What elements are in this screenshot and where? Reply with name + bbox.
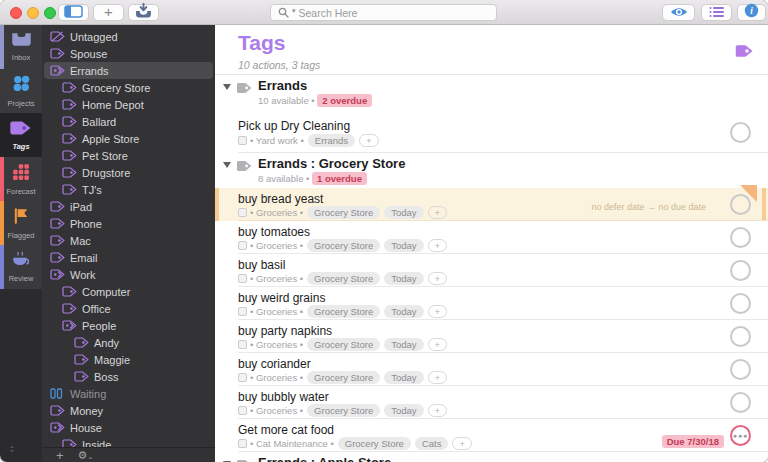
sidebar-tag-tj-s[interactable]: TJ's <box>42 181 215 198</box>
pause-icon <box>50 388 66 399</box>
tag-pill[interactable]: Today <box>384 404 423 417</box>
task-row[interactable]: buy coriander • Groceries • Grocery Stor… <box>215 353 768 386</box>
task-row[interactable]: buy bread yeast • Groceries • Grocery St… <box>215 188 768 221</box>
sidebar-tag-drugstore[interactable]: Drugstore <box>42 164 215 181</box>
sidebar-toggle-button[interactable] <box>58 4 89 21</box>
sidebar-tag-work[interactable]: Work <box>42 266 215 283</box>
sidebar-tag-pet-store[interactable]: Pet Store <box>42 147 215 164</box>
sidebar-tag-apple-store[interactable]: Apple Store <box>42 130 215 147</box>
rail-item-projects[interactable]: Projects <box>0 69 42 113</box>
tag-pill[interactable]: Today <box>384 272 423 285</box>
add-tag-pill-button[interactable]: + <box>428 338 448 351</box>
task-status-circle[interactable] <box>730 293 751 314</box>
tag-label: Email <box>70 252 98 264</box>
tag-pill[interactable]: Grocery Store <box>307 305 380 318</box>
task-status-circle[interactable] <box>730 122 751 143</box>
rail-item-forecast[interactable]: Forecast <box>0 157 42 201</box>
task-status-circle[interactable] <box>730 260 751 281</box>
add-tag-pill-button[interactable]: + <box>428 305 448 318</box>
add-tag-pill-button[interactable]: + <box>428 371 448 384</box>
tag-pill[interactable]: Grocery Store <box>307 206 380 219</box>
task-status-circle[interactable] <box>730 227 751 248</box>
minimize-window-button[interactable] <box>27 7 39 19</box>
tag-pill[interactable]: Grocery Store <box>307 239 380 252</box>
rail-item-flagged[interactable]: Flagged <box>0 201 42 245</box>
task-row[interactable]: Pick up Dry Cleaning • Yard work • Erran… <box>215 112 768 153</box>
inspector-button[interactable]: i <box>737 4 766 21</box>
task-row[interactable]: buy weird grains • Groceries • Grocery S… <box>215 287 768 320</box>
view-options-button[interactable] <box>701 4 732 21</box>
disclosure-triangle-icon[interactable] <box>223 162 231 168</box>
rail-item-inbox[interactable]: Inbox <box>0 25 42 69</box>
sidebar-tag-grocery-store[interactable]: Grocery Store <box>42 79 215 96</box>
defer-due-note: no defer date → no due date <box>591 202 706 212</box>
tag-pill[interactable]: Grocery Store <box>307 404 380 417</box>
sidebar-tag-computer[interactable]: Computer <box>42 283 215 300</box>
sidebar-tag-mac[interactable]: Mac <box>42 232 215 249</box>
tag-pill[interactable]: Grocery Store <box>307 371 380 384</box>
add-tag-pill-button[interactable]: + <box>428 239 448 252</box>
task-title: Pick up Dry Cleaning <box>238 119 350 133</box>
add-tag-button[interactable]: + <box>56 448 64 462</box>
quick-open-button[interactable] <box>662 4 695 21</box>
import-to-inbox-button[interactable] <box>128 4 159 21</box>
task-status-circle[interactable]: ●●● <box>730 425 751 446</box>
tag-pill[interactable]: Grocery Store <box>338 437 411 450</box>
add-tag-pill-button[interactable]: + <box>428 404 448 417</box>
sidebar-tag-email[interactable]: Email <box>42 249 215 266</box>
sidebar-tag-office[interactable]: Office <box>42 300 215 317</box>
task-status-circle[interactable] <box>730 359 751 380</box>
add-tag-pill-button[interactable]: + <box>452 437 472 450</box>
sidebar-tag-ballard[interactable]: Ballard <box>42 113 215 130</box>
sidebar-tag-maggie[interactable]: Maggie <box>42 351 215 368</box>
task-status-circle[interactable] <box>730 326 751 347</box>
task-row[interactable]: buy bubbly water • Groceries • Grocery S… <box>215 386 768 419</box>
sidebar-tag-waiting[interactable]: Waiting <box>42 385 215 402</box>
sidebar-tag-untagged[interactable]: Untagged <box>42 28 215 45</box>
task-status-circle[interactable] <box>730 392 751 413</box>
task-row[interactable]: Get more cat food • Cat Maintenance • Gr… <box>215 419 768 452</box>
sidebar-tag-boss[interactable]: Boss <box>42 368 215 385</box>
add-tag-pill-button[interactable]: + <box>359 134 379 147</box>
sidebar-tag-phone[interactable]: Phone <box>42 215 215 232</box>
tag-icon <box>50 218 66 229</box>
sidebar-tag-money[interactable]: Money <box>42 402 215 419</box>
add-tag-pill-button[interactable]: + <box>428 206 448 219</box>
rail-item-review[interactable]: Review <box>0 245 42 289</box>
sidebar-tag-spouse[interactable]: Spouse <box>42 45 215 62</box>
tag-pill[interactable]: Today <box>384 206 423 219</box>
tag-label: Mac <box>70 235 91 247</box>
tag-pill[interactable]: Cats <box>415 437 449 450</box>
tag-pill[interactable]: Grocery Store <box>307 272 380 285</box>
section-name: Errands : Apple Store <box>258 455 391 462</box>
settings-gear-button[interactable]: ⚙⌄ <box>78 449 94 462</box>
tag-pill[interactable]: Today <box>384 371 423 384</box>
sidebar-tag-home-depot[interactable]: Home Depot <box>42 96 215 113</box>
sidebar-tag-house[interactable]: House <box>42 419 215 436</box>
tag-pill[interactable]: Errands <box>308 134 355 147</box>
task-status-circle[interactable] <box>730 194 751 215</box>
reorder-perspectives-icon[interactable] <box>7 440 17 458</box>
tag-icon <box>50 235 66 246</box>
search-input[interactable]: ▾ Search Here <box>270 4 497 21</box>
add-tag-pill-button[interactable]: + <box>428 272 448 285</box>
tag-pill[interactable]: Today <box>384 239 423 252</box>
tag-pill[interactable]: Today <box>384 338 423 351</box>
close-window-button[interactable] <box>10 7 22 19</box>
sidebar-tag-andy[interactable]: Andy <box>42 334 215 351</box>
selection-stripe <box>215 188 219 221</box>
zoom-window-button[interactable] <box>44 7 56 19</box>
sidebar-tag-people[interactable]: People <box>42 317 215 334</box>
task-row[interactable]: buy party napkins • Groceries • Grocery … <box>215 320 768 353</box>
tag-pill[interactable]: Grocery Store <box>307 338 380 351</box>
task-meta: • Cat Maintenance • Grocery StoreCats+ <box>238 437 472 450</box>
task-row[interactable]: buy basil • Groceries • Grocery StoreTod… <box>215 254 768 287</box>
sidebar-tag-errands[interactable]: Errands <box>42 62 215 79</box>
add-item-button[interactable]: + <box>93 4 124 21</box>
note-icon <box>238 136 247 145</box>
tag-pill[interactable]: Today <box>384 305 423 318</box>
disclosure-triangle-icon[interactable] <box>223 84 231 90</box>
task-row[interactable]: buy tomatoes • Groceries • Grocery Store… <box>215 221 768 254</box>
sidebar-tag-ipad[interactable]: iPad <box>42 198 215 215</box>
rail-item-tags[interactable]: Tags <box>0 113 42 157</box>
